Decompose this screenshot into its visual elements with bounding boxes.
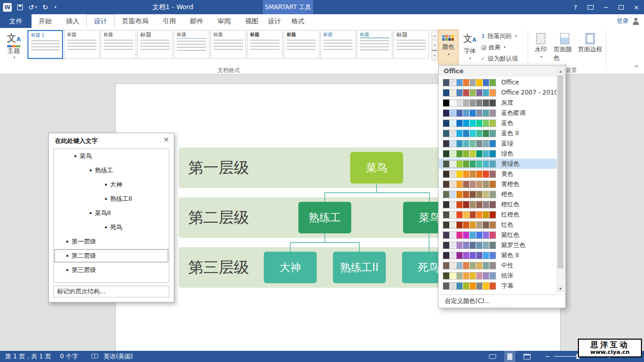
color-scheme-option[interactable]: 红橙色 <box>439 209 557 220</box>
color-scheme-option[interactable]: 紫红色 <box>439 230 557 240</box>
color-scheme-option[interactable]: 蓝色暖调 <box>439 108 557 118</box>
proofing-icon[interactable] <box>91 354 98 358</box>
main-tab[interactable]: 设计 <box>86 14 115 28</box>
save-icon[interactable] <box>17 5 23 10</box>
color-swatch <box>489 161 496 167</box>
close-icon[interactable]: × <box>163 135 169 143</box>
color-scheme-option[interactable]: 红色 <box>439 220 557 230</box>
color-scheme-option[interactable]: 橙色 <box>439 189 557 199</box>
style-thumbnail[interactable]: 标题 <box>357 30 392 59</box>
smartart-node[interactable]: 熟练工 <box>298 202 351 233</box>
style-thumbnail[interactable]: 标题 <box>174 30 209 59</box>
color-swatch <box>443 232 449 238</box>
color-scheme-name: 黄色 <box>501 170 513 178</box>
color-scheme-option[interactable]: 绿色 <box>439 148 557 159</box>
thumbnail-line <box>177 41 206 42</box>
maximize-icon[interactable] <box>614 0 629 14</box>
gallery-more-icon[interactable]: ▾ <box>432 50 438 61</box>
style-thumbnail[interactable]: 标题 <box>64 30 100 59</box>
paragraph-spacing-button[interactable]: ↕ 段落间距 ▾ <box>481 31 530 42</box>
color-swatch <box>476 79 482 86</box>
print-layout-icon[interactable] <box>504 351 515 362</box>
style-thumbnail[interactable]: 标题 <box>137 30 173 59</box>
main-tab[interactable]: 邮件 <box>183 14 210 28</box>
color-scheme-option[interactable]: 黄绿色 <box>439 159 557 169</box>
color-scheme-option[interactable]: 纸张 <box>439 270 557 281</box>
gallery-up-icon[interactable]: ▴ <box>432 30 438 40</box>
effects-button[interactable]: 效果 ▾ <box>481 42 530 53</box>
style-thumbnail[interactable]: 标题 <box>320 30 356 59</box>
scrollbar[interactable]: ▲ ▼ <box>557 67 564 292</box>
redo-icon[interactable]: ↻ <box>42 4 48 11</box>
color-scheme-option[interactable]: 蓝色 <box>439 118 557 128</box>
text-pane-item[interactable]: ▪大神 <box>54 177 169 192</box>
color-scheme-option[interactable]: 蓝色 II <box>439 128 557 138</box>
color-scheme-option[interactable]: Office <box>439 77 557 87</box>
color-scheme-option[interactable]: 紫色 II <box>439 250 557 260</box>
text-pane-item[interactable]: ▪死鸟 <box>54 220 169 234</box>
avatar-icon <box>632 17 640 25</box>
style-thumbnail[interactable]: 标题 <box>247 30 283 59</box>
smartart-node[interactable]: 熟练工II <box>333 252 386 283</box>
color-scheme-option[interactable]: 紫罗兰色 <box>439 240 557 250</box>
set-default-button[interactable]: ✓ 设为默认值 <box>481 53 530 64</box>
style-thumbnail[interactable]: 标题 <box>284 30 319 59</box>
word-count-status[interactable]: 0 个字 <box>60 351 78 362</box>
color-scheme-option[interactable]: 橙红色 <box>439 199 557 209</box>
style-thumbnail[interactable]: 标题 1 <box>27 30 63 59</box>
qat-customize-icon[interactable]: ▾ <box>53 5 56 9</box>
page-count-status[interactable]: 第 1 页，共 1 页 <box>5 351 51 362</box>
text-pane-item[interactable]: ▪菜鸟 <box>54 149 169 163</box>
contextual-tab[interactable]: 设计 <box>263 14 286 28</box>
undo-icon[interactable]: ↺▾ <box>28 4 37 11</box>
ribbon-display-icon[interactable] <box>583 0 598 14</box>
main-tab[interactable]: 审阅 <box>210 14 238 28</box>
style-thumbnail[interactable]: 标题 <box>393 30 429 59</box>
resize-grip-icon[interactable]: · · · · <box>493 303 510 308</box>
help-icon[interactable]: ? <box>568 0 583 14</box>
main-tab[interactable]: 插入 <box>59 14 86 28</box>
language-status[interactable]: 英语(美国) <box>104 351 133 362</box>
main-tab[interactable]: 页面布局 <box>115 14 156 28</box>
color-scheme-option[interactable]: 中性 <box>439 260 557 270</box>
text-pane-item[interactable]: ▪熟练工 <box>54 163 169 177</box>
color-scheme-option[interactable]: 黄橙色 <box>439 179 557 189</box>
tab-file[interactable]: 文件 <box>0 14 32 28</box>
color-scheme-option[interactable]: Office 2007 - 2010 <box>439 87 557 98</box>
sign-in[interactable]: 登录 <box>617 14 640 28</box>
smartart-node[interactable]: 大神 <box>264 252 317 283</box>
scroll-down-icon[interactable]: ▼ <box>557 285 564 292</box>
themes-button[interactable]: 文A 主题 ▾ <box>2 29 25 73</box>
print-layout-glyph <box>507 353 512 360</box>
main-tab[interactable]: 开始 <box>32 14 59 28</box>
text-pane-item[interactable]: ▪菜鸟II <box>54 206 169 220</box>
main-tab[interactable]: 视图 <box>238 14 265 28</box>
color-swatch <box>489 283 496 289</box>
scroll-up-icon[interactable]: ▲ <box>557 67 564 74</box>
word-logo-icon[interactable]: W <box>3 3 12 12</box>
zoom-out-icon[interactable]: − <box>545 353 550 360</box>
scrollbar-thumb[interactable] <box>558 75 563 268</box>
color-swatch <box>476 130 482 137</box>
close-icon[interactable]: × <box>629 0 644 14</box>
style-thumbnail[interactable]: 标题 <box>210 30 246 59</box>
text-pane-item[interactable]: ▪熟练工II <box>54 192 169 206</box>
color-swatch <box>463 120 469 127</box>
collapse-ribbon-icon[interactable]: ^ <box>634 65 639 72</box>
color-scheme-option[interactable]: 灰度 <box>439 98 557 108</box>
text-pane-item[interactable]: ▪第二层级 <box>54 249 169 263</box>
color-scheme-option[interactable]: 字幕 <box>439 281 557 291</box>
read-mode-icon[interactable] <box>487 351 498 362</box>
color-scheme-option[interactable]: 黄色 <box>439 169 557 179</box>
main-tab[interactable]: 引用 <box>156 14 183 28</box>
web-layout-icon[interactable] <box>522 351 533 362</box>
contextual-tab[interactable]: 格式 <box>286 14 310 28</box>
smartart-node[interactable]: 菜鸟 <box>350 152 403 184</box>
text-pane-item[interactable]: ▪第三层级 <box>54 263 169 277</box>
minimize-icon[interactable]: ─ <box>598 0 614 14</box>
text-pane-item[interactable]: ▪第一层级 <box>54 234 169 249</box>
style-thumbnail[interactable]: 标题 <box>101 30 136 59</box>
gallery-down-icon[interactable]: ▾ <box>432 40 438 50</box>
color-swatch <box>470 252 476 259</box>
color-scheme-option[interactable]: 蓝绿 <box>439 138 557 148</box>
